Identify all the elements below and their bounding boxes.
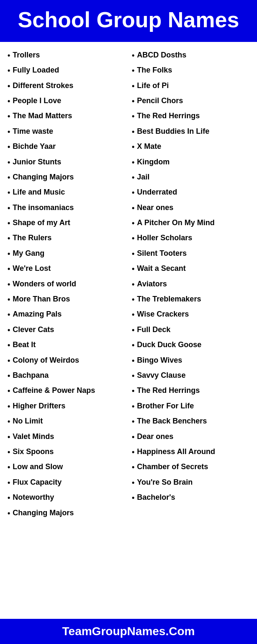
bullet-icon: • — [8, 295, 10, 304]
list-item: •Wait a Secant — [132, 264, 249, 274]
list-item: •No Limit — [8, 416, 125, 426]
list-item: •Changing Majors — [8, 508, 125, 518]
bullet-icon: • — [8, 462, 10, 472]
bullet-icon: • — [8, 432, 10, 442]
list-item: •Savvy Clause — [132, 371, 249, 381]
bullet-icon: • — [8, 340, 10, 350]
item-text: You're So Brain — [137, 478, 193, 487]
item-text: Wait a Secant — [137, 264, 185, 273]
item-text: Duck Duck Goose — [137, 340, 201, 350]
list-item: •Wonders of world — [8, 279, 125, 289]
bullet-icon: • — [132, 295, 134, 304]
item-text: More Than Bros — [13, 294, 70, 304]
item-text: Best Buddies In Life — [137, 127, 209, 136]
bullet-icon: • — [132, 432, 134, 442]
bullet-icon: • — [8, 173, 10, 182]
bullet-icon: • — [132, 218, 134, 228]
item-text: ABCD Dosths — [137, 50, 186, 60]
bullet-icon: • — [132, 356, 134, 366]
list-item: •Caffeine & Power Naps — [8, 386, 125, 396]
left-column: •Trollers•Fully Loaded•Different Strokes… — [4, 50, 128, 610]
list-item: •Brother For Life — [132, 401, 249, 411]
item-text: The Mad Matters — [13, 111, 72, 121]
list-item: •Life of Pi — [132, 81, 249, 91]
bullet-icon: • — [132, 66, 134, 75]
bullet-icon: • — [132, 96, 134, 106]
item-text: The Treblemakers — [137, 294, 201, 304]
list-item: •We're Lost — [8, 264, 125, 274]
item-text: Trollers — [13, 50, 40, 60]
item-text: The Red Herrings — [137, 386, 200, 395]
item-text: No Limit — [13, 416, 43, 426]
item-text: Amazing Pals — [13, 309, 62, 319]
bullet-icon: • — [8, 264, 10, 274]
item-text: Six Spoons — [13, 447, 54, 457]
item-text: Aviators — [137, 279, 167, 289]
page-title: School Group Names — [8, 8, 249, 33]
bullet-icon: • — [132, 81, 134, 91]
list-item: •Best Buddies In Life — [132, 127, 249, 137]
item-text: Holler Scholars — [137, 233, 192, 243]
item-text: Fully Loaded — [13, 65, 59, 75]
list-item: •Chamber of Secrets — [132, 462, 249, 472]
list-item: •Silent Tooters — [132, 249, 249, 259]
item-text: Time waste — [13, 127, 53, 136]
bullet-icon: • — [132, 264, 134, 274]
list-item: •The Rulers — [8, 233, 125, 243]
bullet-icon: • — [8, 81, 10, 91]
list-item: •Valet Minds — [8, 432, 125, 442]
item-text: Low and Slow — [13, 462, 63, 472]
bullet-icon: • — [8, 280, 10, 289]
list-item: •Pencil Chors — [132, 96, 249, 106]
item-text: Silent Tooters — [137, 249, 187, 258]
bullet-icon: • — [132, 340, 134, 350]
item-text: Bichde Yaar — [13, 142, 56, 151]
bullet-icon: • — [132, 142, 134, 152]
bullet-icon: • — [132, 417, 134, 426]
bullet-icon: • — [132, 478, 134, 488]
item-text: Happiness All Around — [137, 447, 215, 457]
list-item: •Life and Music — [8, 187, 125, 197]
item-text: Beat It — [13, 340, 36, 350]
bullet-icon: • — [8, 96, 10, 106]
list-item: •Holler Scholars — [132, 233, 249, 243]
bullet-icon: • — [8, 51, 10, 60]
bullet-icon: • — [8, 447, 10, 457]
list-item: •Full Deck — [132, 325, 249, 335]
list-item: •Colony of Weirdos — [8, 356, 125, 366]
item-text: Noteworthy — [13, 493, 54, 502]
list-item: •Flux Capacity — [8, 478, 125, 488]
bullet-icon: • — [8, 478, 10, 488]
list-item: •Time waste — [8, 127, 125, 137]
list-item: •Happiness All Around — [132, 447, 249, 457]
list-item: •Clever Cats — [8, 325, 125, 335]
list-item: •A Pitcher On My Mind — [132, 218, 249, 228]
list-item: •The Treblemakers — [132, 294, 249, 304]
bullet-icon: • — [8, 493, 10, 503]
bullet-icon: • — [8, 218, 10, 228]
item-text: Brother For Life — [137, 401, 194, 411]
bullet-icon: • — [8, 234, 10, 243]
list-item: •Bachpana — [8, 371, 125, 381]
list-item: •Fully Loaded — [8, 65, 125, 75]
list-item: •Trollers — [8, 50, 125, 60]
item-text: Underrated — [137, 187, 177, 197]
list-item: •More Than Bros — [8, 294, 125, 304]
list-item: •ABCD Dosths — [132, 50, 249, 60]
item-text: Changing Majors — [13, 172, 74, 182]
bullet-icon: • — [132, 158, 134, 167]
list-item: •Underrated — [132, 187, 249, 197]
bullet-icon: • — [8, 509, 10, 518]
list-item: •Bichde Yaar — [8, 142, 125, 152]
list-item: •Near ones — [132, 203, 249, 213]
list-item: •Bachelor's — [132, 493, 249, 503]
bullet-icon: • — [8, 66, 10, 75]
bullet-icon: • — [8, 127, 10, 137]
bullet-icon: • — [132, 188, 134, 197]
item-text: Flux Capacity — [13, 478, 62, 487]
footer-text: TeamGroupNames.Com — [4, 625, 253, 638]
bullet-icon: • — [132, 447, 134, 457]
bullet-icon: • — [132, 173, 134, 182]
item-text: Full Deck — [137, 325, 170, 335]
bullet-icon: • — [8, 402, 10, 411]
